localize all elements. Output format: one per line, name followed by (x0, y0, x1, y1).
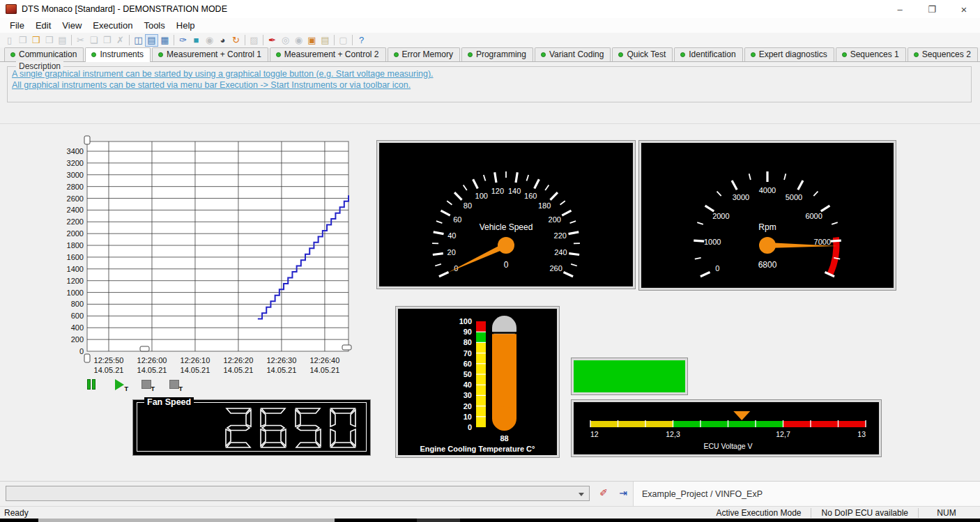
y-axis-tick-label: 600 (71, 312, 84, 320)
delete-icon[interactable]: ✗ (114, 34, 127, 47)
chart-start-button[interactable]: T (115, 378, 128, 390)
y-axis-tick-label: 1600 (67, 253, 84, 261)
taskbar-edge (0, 519, 980, 522)
reload-icon[interactable]: ↻ (229, 34, 243, 47)
cut-icon[interactable]: ✂ (74, 34, 87, 47)
rpm-gauge: 01000200030004000500060007000Rpm6800 (641, 143, 894, 288)
minor-tick (695, 258, 701, 259)
voltage-pointer (733, 411, 750, 420)
toggle-badge: T (125, 385, 129, 392)
minimize-button[interactable]: – (884, 0, 916, 18)
tab-identification[interactable]: Identification (674, 47, 742, 61)
stop-instruments-icon[interactable]: ■ (190, 34, 203, 47)
major-tick (831, 240, 841, 241)
layout-columns-icon[interactable]: ◫ (132, 34, 145, 47)
minor-tick (447, 201, 452, 204)
menu-tools[interactable]: Tools (138, 19, 170, 32)
gauge-title: Vehicle Speed (480, 222, 533, 232)
tab-label: Sequences 1 (850, 49, 899, 59)
help-icon[interactable]: ? (355, 34, 368, 47)
gauge-scale-label: 80 (464, 201, 472, 210)
chart-zoom-handle-bottom-left[interactable] (84, 354, 90, 362)
layout-grid-icon[interactable]: ▦ (158, 34, 171, 47)
tab-sequences-1[interactable]: Sequences 1 (836, 47, 906, 61)
y-axis-tick-label: 3000 (67, 171, 84, 179)
start-instruments-icon[interactable]: ✑ (176, 34, 190, 47)
screenshot-icon[interactable]: ▨ (247, 34, 261, 47)
search-variant-icon[interactable]: ◉ (292, 34, 305, 47)
menu-execution[interactable]: Execution (87, 19, 138, 32)
minor-tick (784, 174, 786, 180)
window-extra-icon[interactable]: ▢ (337, 34, 350, 47)
tab-quick-test[interactable]: Quick Test (612, 47, 673, 61)
menu-view[interactable]: View (56, 19, 87, 32)
fan-speed-legend: Fan Speed (144, 397, 194, 407)
description-link-2[interactable]: All graphical instruments can be started… (12, 80, 968, 90)
chart-scroll-handle-left[interactable] (140, 346, 149, 351)
ecu-docs-icon[interactable]: ▣ (305, 34, 319, 47)
menu-file[interactable]: File (4, 19, 30, 32)
copy-icon[interactable]: ❏ (87, 34, 100, 47)
report-icon[interactable]: ▤ (319, 34, 332, 47)
chart-toggle-button-1[interactable]: T (141, 378, 154, 390)
chart-zoom-handle-top[interactable] (84, 136, 90, 144)
gauge-scale-label: 2000 (712, 212, 729, 220)
restore-button[interactable]: ❐ (916, 0, 948, 18)
engine-temperature-thermometer: 010203040506070809010088Engine Cooling T… (398, 309, 557, 455)
x-axis-time-label: 12:26:20 (224, 356, 254, 364)
chart-scroll-handle-right[interactable] (342, 345, 351, 350)
close-button[interactable]: × (948, 0, 980, 18)
network-globe-icon[interactable]: ◕ (216, 34, 229, 47)
search-ecu-icon[interactable]: ◎ (279, 34, 292, 47)
description-legend: Description (16, 61, 63, 71)
open-file-icon[interactable]: ❒ (16, 34, 29, 47)
command-combo-box[interactable] (6, 486, 590, 501)
pause-execution-icon[interactable]: ◉ (203, 34, 216, 47)
y-axis-tick-label: 3200 (67, 159, 84, 167)
chevron-down-icon[interactable] (579, 493, 584, 496)
tab-label: Communication (19, 49, 77, 59)
menu-edit[interactable]: Edit (30, 19, 56, 32)
save-icon[interactable]: ▤ (56, 34, 69, 47)
tab-error-memory[interactable]: Error Memory (388, 47, 460, 61)
pause-bar-icon (92, 379, 95, 390)
paste-icon[interactable]: ❐ (100, 34, 114, 47)
chart-pause-button[interactable] (87, 378, 100, 390)
y-axis-tick-label: 400 (71, 323, 84, 332)
major-tick (439, 272, 449, 276)
tab-label: Instruments (100, 49, 144, 59)
open-workspace-icon[interactable]: ❒ (43, 34, 56, 47)
status-indicator-lamp (572, 358, 687, 394)
description-link-1[interactable]: A single graphical instrument can be sta… (12, 69, 968, 79)
y-axis-tick-label: 2800 (67, 183, 84, 191)
gauge-scale-label: 3000 (733, 193, 749, 201)
minor-tick (813, 192, 818, 197)
gauge-hub (759, 237, 776, 254)
major-tick (495, 172, 496, 183)
tab-measurement-control-2[interactable]: Measurement + Control 2 (270, 47, 386, 61)
open-project-icon[interactable]: ❒ (29, 34, 43, 47)
minor-tick (749, 174, 751, 180)
y-axis-tick-label: 200 (71, 335, 84, 344)
tab-variant-coding[interactable]: Variant Coding (535, 47, 611, 61)
tab-programming[interactable]: Programming (461, 47, 533, 61)
tab-instruments[interactable]: Instruments (85, 47, 151, 62)
tab-communication[interactable]: Communication (4, 47, 84, 61)
minor-tick (484, 175, 486, 181)
tab-measurement-control-1[interactable]: Measurement + Control 1 (152, 47, 268, 61)
tab-expert-diagnostics[interactable]: Expert diagnostics (744, 47, 834, 61)
open-channel-icon[interactable]: ⇥ (616, 486, 630, 500)
toolbar-separator (174, 35, 174, 45)
chart-toggle-button-2[interactable]: T (169, 378, 182, 390)
menu-help[interactable]: Help (171, 19, 201, 32)
flash-pen-icon[interactable]: ✒ (266, 34, 279, 47)
voltage-caption: ECU Voltage V (703, 442, 752, 450)
layout-rows-icon[interactable]: ▤ (145, 34, 158, 47)
new-file-icon[interactable]: ▯ (3, 34, 16, 47)
hotscript-pen-icon[interactable]: ✐ (597, 486, 611, 500)
voltage-tick-label: 12,3 (666, 430, 680, 438)
tab-label: Sequences 2 (922, 49, 971, 59)
x-axis-date-label: 14.05.21 (181, 366, 210, 374)
major-tick (798, 181, 803, 190)
tab-sequences-2[interactable]: Sequences 2 (908, 47, 978, 61)
